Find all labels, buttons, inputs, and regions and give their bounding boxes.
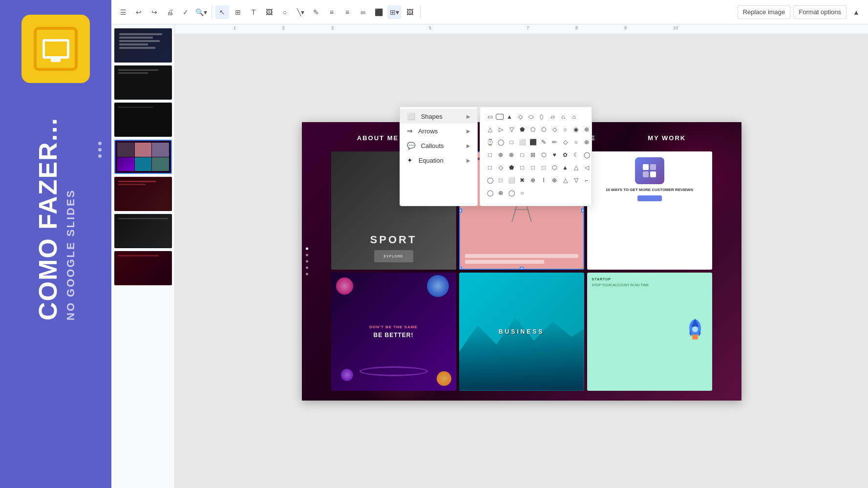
shape-r4-7[interactable]: ♥ <box>550 150 559 160</box>
shape-r2-5[interactable]: ⬠ <box>528 125 538 134</box>
arrange-button[interactable]: ⊞▾ <box>387 5 401 19</box>
shape-r4-10[interactable]: ◯ <box>582 150 592 160</box>
shape-r6-5[interactable]: ⊕ <box>528 175 538 185</box>
shape-r2-6[interactable]: ⬡ <box>539 125 549 134</box>
menu-button[interactable]: ☰ <box>116 5 130 19</box>
shape-r2-3[interactable]: ▽ <box>507 125 516 134</box>
shape-r6-1[interactable]: ◯ <box>485 175 495 185</box>
shape-r6-3[interactable]: ⬜ <box>507 175 516 185</box>
shape-triangle[interactable]: ▲ <box>505 112 514 122</box>
shape-r3-1[interactable]: ⌚ <box>485 137 495 147</box>
shape-r7-2[interactable]: ⊕ <box>496 188 506 198</box>
list-button[interactable]: ≡ <box>340 5 354 19</box>
shape-house[interactable]: ⌂ <box>569 112 579 122</box>
shape-trap[interactable]: ⏢ <box>558 112 568 122</box>
shape-r4-2[interactable]: ⊕ <box>496 150 506 160</box>
handle-bl[interactable] <box>459 267 462 270</box>
shape-r3-10[interactable]: ⊕ <box>582 137 592 147</box>
slide-thumb-3[interactable] <box>114 103 172 137</box>
shape-r5-2[interactable]: ◇ <box>496 163 506 172</box>
callouts-category[interactable]: 💬 Callouts ▶ <box>400 138 477 153</box>
handle-mr[interactable] <box>581 209 584 212</box>
shape-r6-10[interactable]: ⌐ <box>582 175 592 185</box>
shape-r2-8[interactable]: ○ <box>560 125 570 134</box>
shape-r7-3[interactable]: ◯ <box>507 188 516 198</box>
portfolio-startup[interactable]: STARTUP STOP YOUR ACCOUNT IN NO TIME <box>587 273 712 391</box>
shape-r6-9[interactable]: ▽ <box>571 175 581 185</box>
shape-r5-4[interactable]: □ <box>517 163 527 172</box>
shape-rect-r[interactable] <box>496 114 504 120</box>
shape-r3-5[interactable]: ⬛ <box>528 137 538 147</box>
slide-thumb-4[interactable] <box>114 140 172 174</box>
shape-r4-4[interactable]: □ <box>517 150 527 160</box>
comment-button[interactable]: ⬛ <box>372 5 385 19</box>
shape-r6-4[interactable]: ✖ <box>517 175 527 185</box>
shape-r7-1[interactable]: ◯ <box>485 188 495 198</box>
shape-r5-8[interactable]: ▲ <box>560 163 570 172</box>
format-options-button[interactable]: Format options <box>793 5 847 19</box>
slide-thumb-6[interactable] <box>114 214 172 248</box>
shape-r2-7[interactable]: ◇ <box>550 125 559 134</box>
arrows-category[interactable]: ⇒ Arrows ▶ <box>400 124 477 138</box>
shape-r6-7[interactable]: ⊕ <box>550 175 559 185</box>
shape-r5-10[interactable]: ◁ <box>582 163 592 172</box>
print-button[interactable]: 🖨 <box>163 5 177 19</box>
shape-r5-3[interactable]: ⬟ <box>507 163 516 172</box>
shape-r2-2[interactable]: ▷ <box>496 125 506 134</box>
shape-r5-1[interactable]: □ <box>485 163 495 172</box>
shapes-category[interactable]: ⬜ Shapes ▶ <box>400 109 477 124</box>
slide-thumb-7[interactable] <box>114 251 172 285</box>
link-button[interactable]: ∞ <box>356 5 370 19</box>
shape-r6-6[interactable]: I <box>539 175 549 185</box>
shape-r5-6[interactable]: □ <box>539 163 549 172</box>
handle-br[interactable] <box>581 267 584 270</box>
shape-r6-2[interactable]: □ <box>496 175 506 185</box>
slide-thumb-5[interactable] <box>114 177 172 211</box>
portfolio-reviews[interactable]: 10 WAYS TO GET MORE CUSTOMER REVIEWS <box>587 151 712 270</box>
shape-r5-7[interactable]: ⬡ <box>550 163 559 172</box>
shape-r4-9[interactable]: ☾ <box>571 150 581 160</box>
shape-r3-3[interactable]: □ <box>507 137 516 147</box>
replace-image-button[interactable]: Replace image <box>738 5 791 19</box>
slide-thumb-2[interactable] <box>114 65 172 100</box>
shape-para[interactable]: ▱ <box>548 112 557 122</box>
equation-category[interactable]: ✦ Equation ▶ <box>400 153 477 168</box>
handle-ml[interactable] <box>459 209 462 212</box>
shape-diamond[interactable]: ◇ <box>515 112 525 122</box>
shapes-button[interactable]: ○ <box>278 5 292 19</box>
bg-button[interactable]: 🖼 <box>403 5 417 19</box>
shape-r3-4[interactable]: ⬜ <box>517 137 527 147</box>
handle-bm[interactable] <box>520 267 524 270</box>
shape-r7-4[interactable]: ○ <box>517 188 527 198</box>
shape-rect[interactable]: ▭ <box>485 112 495 122</box>
grid-button[interactable]: ⊞ <box>231 5 245 19</box>
shape-r3-8[interactable]: ◇ <box>560 137 570 147</box>
shape-r4-3[interactable]: ⊗ <box>507 150 516 160</box>
spellcheck-button[interactable]: ✓ <box>179 5 192 19</box>
select-button[interactable]: ↖ <box>215 5 229 19</box>
shape-r5-9[interactable]: △ <box>571 163 581 172</box>
redo-button[interactable]: ↪ <box>148 5 161 19</box>
shape-r2-10[interactable]: ⊕ <box>582 125 592 134</box>
shape-r3-6[interactable]: ✎ <box>539 137 549 147</box>
portfolio-space[interactable]: DON'T BE THE SAME BE BETTER! <box>331 273 456 391</box>
shape-r4-8[interactable]: ✿ <box>560 150 570 160</box>
zoom-button[interactable]: 🔍▾ <box>194 5 208 19</box>
line-button[interactable]: ╲▾ <box>294 5 307 19</box>
shape-r6-8[interactable]: △ <box>560 175 570 185</box>
shape-r2-4[interactable]: ⬟ <box>517 125 527 134</box>
shape-r4-5[interactable]: ⊞ <box>528 150 538 160</box>
pen-button[interactable]: ✎ <box>309 5 323 19</box>
shape-cylinder[interactable]: ⬭ <box>526 112 536 122</box>
undo-button[interactable]: ↩ <box>132 5 146 19</box>
shape-r3-2[interactable]: ◯ <box>496 137 506 147</box>
shape-r5-5[interactable]: □ <box>528 163 538 172</box>
shape-r2-9[interactable]: ◉ <box>571 125 581 134</box>
shape-r2-1[interactable]: △ <box>485 125 495 134</box>
portfolio-business[interactable]: BUSINESS <box>459 273 584 391</box>
shape-r3-9[interactable]: ○ <box>571 137 581 147</box>
image-button[interactable]: 🖼 <box>262 5 276 19</box>
slide-thumb-1[interactable] <box>114 28 172 63</box>
shape-r4-1[interactable]: □ <box>485 150 495 160</box>
paragraph-button[interactable]: ≡ <box>325 5 339 19</box>
